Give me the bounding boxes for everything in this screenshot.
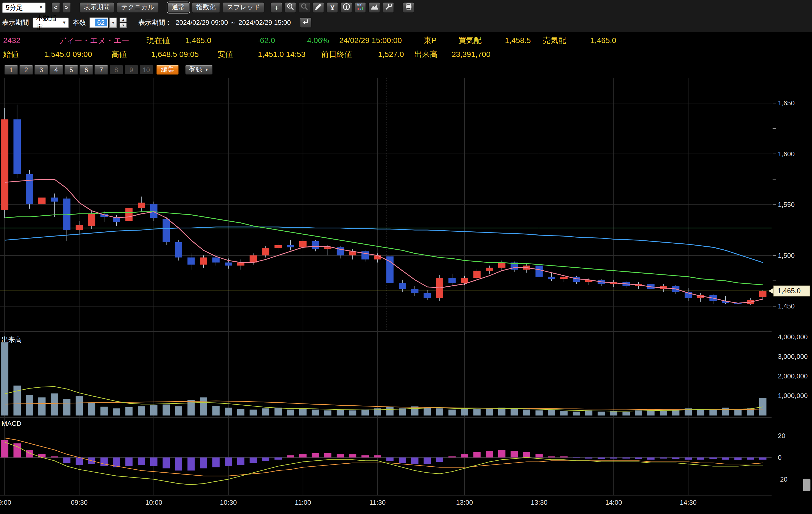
toolbar-area: 5分足 ▼ < > 表示期間 テクニカル 通常 指数化 スプレッド ＋ ¥ MY [0, 0, 812, 32]
bars-mode-select[interactable]: 本数指定 ▼ [33, 18, 69, 28]
svg-text:1,000,000: 1,000,000 [778, 392, 808, 400]
print-button[interactable] [403, 2, 415, 13]
chart-canvas[interactable]: 9:0009:3010:0010:3011:0011:3013:0013:301… [0, 78, 812, 514]
main-toolbar: 5分足 ▼ < > 表示期間 テクニカル 通常 指数化 スプレッド ＋ ¥ MY [2, 2, 415, 13]
quote-datetime: 24/02/29 15:00:00 [339, 36, 402, 45]
svg-text:1,450: 1,450 [778, 303, 794, 310]
edit-button[interactable]: 編集 [156, 65, 179, 75]
quote-row-1: 2432 ディー・エヌ・エー 現在値 1,465.0 -62.0 -4.06% … [0, 36, 812, 47]
svg-text:3,000,000: 3,000,000 [778, 353, 808, 360]
market-badge: 東P [424, 36, 437, 46]
bars-count-down-button[interactable]: ▼ [120, 23, 127, 28]
svg-text:13:30: 13:30 [531, 499, 548, 506]
price-change: -62.0 [257, 36, 275, 45]
chart-style-button[interactable] [369, 2, 380, 13]
svg-text:13:00: 13:00 [456, 499, 473, 506]
spread-mode-button[interactable]: スプレッド [222, 2, 265, 13]
prev-close-label: 前日終値 [321, 50, 352, 60]
zoom-out-icon [300, 3, 309, 12]
bars-count-up-button[interactable]: ▲ [120, 18, 127, 22]
svg-text:20: 20 [778, 432, 785, 439]
crosshair-tool-button[interactable]: ＋ [270, 2, 283, 13]
register-button[interactable]: 登録 ▼ [185, 65, 213, 75]
preset-page-5[interactable]: 5 [64, 65, 78, 75]
high-value: 1,648.5 09:05 [151, 50, 199, 59]
printer-icon [404, 3, 412, 12]
preset-page-7[interactable]: 7 [94, 65, 108, 75]
volume-value: 23,391,700 [452, 50, 490, 59]
draw-tool-button[interactable] [312, 2, 324, 13]
bars-count-label: 本数 [72, 18, 86, 27]
zoom-in-button[interactable] [285, 2, 297, 13]
low-value: 1,451.0 14:53 [258, 50, 306, 59]
timeframe-value: 5分足 [6, 3, 23, 12]
zoom-out-button[interactable] [298, 2, 311, 13]
my-chart-button[interactable]: MY [354, 2, 367, 13]
yen-display-button[interactable]: ¥ [326, 2, 339, 13]
stock-name: ディー・エヌ・エー [58, 36, 129, 46]
scrollbar-thumb[interactable] [803, 479, 811, 491]
x-axis-labels: 9:0009:3010:0010:3011:0011:3013:0013:301… [0, 499, 697, 506]
preset-page-4[interactable]: 4 [49, 65, 63, 75]
bars-count-spinner: ▲ ▼ [120, 18, 127, 28]
bars-count-value: 62 [95, 19, 107, 27]
prev-bars-button[interactable]: < [51, 2, 60, 13]
chevron-down-icon: ▼ [111, 21, 115, 24]
svg-text:1,650: 1,650 [778, 99, 794, 107]
volume-pane: 4,000,0003,000,0002,000,0001,000,000出来高 [1, 333, 808, 416]
my-chart-icon: MY [356, 3, 365, 12]
normal-mode-button[interactable]: 通常 [167, 2, 190, 13]
svg-text:1,500: 1,500 [778, 252, 794, 259]
current-price-value: 1,465.0 [185, 36, 211, 45]
preset-page-6[interactable]: 6 [79, 65, 93, 75]
svg-text:9:00: 9:00 [0, 499, 11, 506]
open-value: 1,545.0 09:00 [45, 50, 92, 59]
preset-page-10[interactable]: 10 [139, 65, 153, 75]
ask-value: 1,465.0 [590, 36, 616, 45]
svg-text:11:30: 11:30 [369, 499, 385, 506]
svg-text:14:30: 14:30 [680, 499, 697, 506]
reset-period-button[interactable] [299, 17, 312, 28]
crosshair-icon: ＋ [273, 3, 281, 11]
svg-text:0: 0 [778, 454, 782, 461]
return-arrow-icon [301, 18, 310, 28]
current-price-label: 現在値 [147, 36, 170, 46]
macd-pane: 200-20MACD [0, 420, 787, 485]
svg-text:2,000,000: 2,000,000 [778, 372, 808, 380]
preset-page-9[interactable]: 9 [124, 65, 138, 75]
technical-button[interactable]: テクニカル [116, 2, 159, 13]
preset-page-3[interactable]: 3 [34, 65, 48, 75]
svg-text:14:00: 14:00 [605, 499, 622, 506]
svg-text:11:00: 11:00 [295, 499, 311, 506]
price-axis: 1,6501,6001,5501,5001,450 [773, 99, 794, 310]
bars-count-control: 62 ▼ ▲ ▼ [89, 18, 127, 28]
current-price-tag: 1,465.0 [768, 286, 810, 296]
preset-page-1[interactable]: 1 [4, 65, 18, 75]
period-range-label: 表示期間： [138, 18, 172, 27]
zoom-in-icon [286, 3, 294, 12]
svg-text:MACD: MACD [2, 420, 22, 427]
chevron-down-icon: ▼ [205, 67, 209, 72]
grid-layer [0, 78, 772, 495]
bars-count-input[interactable]: 62 [89, 18, 108, 28]
preset-page-8[interactable]: 8 [109, 65, 123, 75]
prev-close-value: 1,527.0 [378, 50, 404, 59]
display-period-button[interactable]: 表示期間 [79, 2, 114, 13]
ask-label: 売気配 [543, 36, 566, 46]
info-button[interactable] [341, 2, 352, 13]
bars-count-dropdown-button[interactable]: ▼ [109, 18, 117, 28]
timeframe-select[interactable]: 5分足 ▼ [2, 2, 46, 13]
info-icon [342, 3, 350, 12]
settings-button[interactable] [382, 2, 394, 13]
svg-text:-20: -20 [778, 476, 787, 483]
preset-page-2[interactable]: 2 [19, 65, 33, 75]
indexed-mode-button[interactable]: 指数化 [192, 2, 221, 13]
quote-row-2: 始値 1,545.0 09:00 高値 1,648.5 09:05 安値 1,4… [0, 50, 812, 61]
open-label: 始値 [3, 50, 19, 60]
preset-toolbar: 1 2 3 4 5 6 7 8 9 10 編集 登録 ▼ [4, 65, 213, 75]
price-change-percent: -4.06% [304, 36, 329, 45]
svg-text:10:30: 10:30 [220, 499, 237, 506]
low-label: 安値 [218, 50, 233, 60]
chart-app-window: 5分足 ▼ < > 表示期間 テクニカル 通常 指数化 スプレッド ＋ ¥ MY [0, 0, 812, 514]
next-bars-button[interactable]: > [62, 2, 71, 13]
